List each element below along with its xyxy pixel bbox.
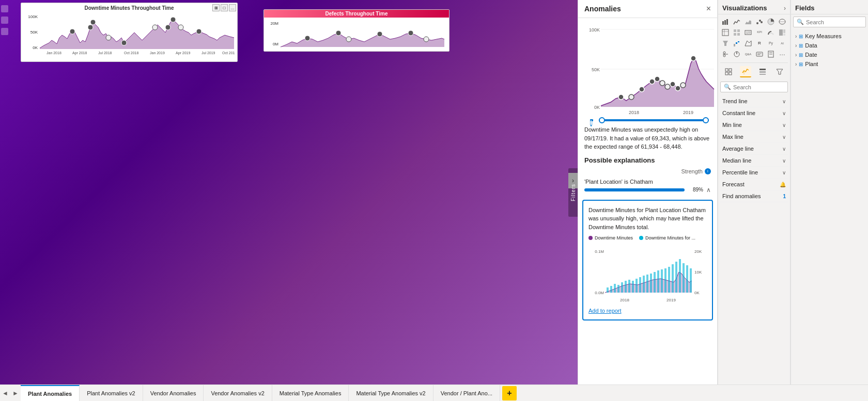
page-filter-icon[interactable] — [1, 17, 8, 24]
viz-icon-r-script[interactable]: R — [754, 38, 765, 49]
analytics-forecast[interactable]: Forecast 🔔 — [720, 179, 788, 190]
field-item-key-measures[interactable]: › ⊞ Key Measures — [793, 31, 866, 41]
tab-vendor-anomalies-v2[interactable]: Vendor Anomalies v2 — [204, 385, 272, 402]
anomaly-dot-9[interactable] — [178, 25, 183, 30]
viz-icon-format[interactable] — [723, 66, 734, 77]
field-item-date[interactable]: › ⊞ Date — [793, 50, 866, 59]
svg-rect-88 — [756, 52, 763, 56]
main-anomaly-dot-10[interactable] — [680, 83, 686, 88]
main-anomaly-dot-2[interactable] — [629, 94, 634, 100]
main-anomaly-dot-11[interactable] — [691, 56, 696, 61]
viz-icon-python[interactable]: Py — [766, 38, 776, 49]
tab-material-type-anomalies-v2[interactable]: Material Type Anomalies v2 — [349, 385, 433, 402]
analytics-min-line[interactable]: Min line ∨ — [720, 119, 788, 131]
analytics-search-input[interactable] — [733, 84, 790, 90]
anomalies-close-button[interactable]: × — [706, 4, 711, 13]
analytics-constant-line[interactable]: Constant line ∨ — [720, 107, 788, 119]
viz-icon-kpi[interactable]: KPI — [754, 27, 765, 38]
mini-chart-downtime: Downtime Minutes Throughout Time ⊞ □ … 1… — [21, 3, 238, 62]
range-left-handle[interactable] — [590, 119, 593, 121]
range-handle-left[interactable] — [599, 117, 605, 123]
field-item-plant[interactable]: › ⊞ Plant — [793, 59, 866, 69]
viz-icon-funnel[interactable] — [720, 38, 731, 49]
viz-icon-card[interactable]: 123 — [743, 27, 753, 38]
chart-filter-btn[interactable]: ⊞ — [212, 4, 220, 11]
tab-material-type-anomalies[interactable]: Material Type Anomalies — [272, 385, 349, 402]
viz-icon-filter-tab[interactable] — [774, 66, 785, 77]
field-item-data[interactable]: › ⊞ Data — [793, 41, 866, 50]
tab-nav-prev[interactable]: ◄ — [0, 385, 10, 402]
anomaly-dot-6[interactable] — [152, 25, 158, 30]
anomaly-dot-10[interactable] — [196, 29, 202, 34]
main-anomaly-dot-9[interactable] — [675, 86, 680, 91]
main-anomaly-dot-4[interactable] — [649, 79, 655, 84]
defect-dot-2[interactable] — [336, 30, 341, 36]
viz-icon-stacked-bar[interactable] — [720, 17, 731, 27]
viz-icon-area-chart[interactable] — [743, 17, 753, 27]
main-anomaly-dot-8[interactable] — [670, 82, 675, 87]
analytics-trend-line[interactable]: Trend line ∨ — [720, 95, 788, 107]
viz-icon-ai-visual[interactable]: AI — [777, 38, 787, 49]
anomaly-dot-4[interactable] — [106, 35, 111, 40]
main-anomaly-dot-7[interactable] — [665, 84, 670, 89]
main-anomaly-dot-5[interactable] — [655, 76, 660, 82]
defect-dot-3[interactable] — [346, 37, 351, 42]
viz-icon-data-tab[interactable] — [757, 66, 768, 77]
page-view-icon[interactable] — [1, 28, 8, 35]
fields-search-icon: 🔍 — [797, 19, 804, 25]
viz-icon-key-influencers[interactable] — [732, 49, 742, 59]
tab-vendor-anomalies[interactable]: Vendor Anomalies — [143, 385, 204, 402]
fields-search-input[interactable] — [806, 19, 868, 25]
analytics-find-anomalies[interactable]: Find anomalies 1 — [720, 190, 788, 202]
defect-dot-5[interactable] — [408, 30, 413, 36]
chart-more-btn[interactable]: … — [229, 4, 236, 11]
main-anomaly-dot-6[interactable] — [660, 81, 665, 86]
viz-icon-scatter[interactable] — [754, 17, 765, 27]
svg-rect-40 — [657, 270, 659, 293]
analytics-average-line[interactable]: Average line ∨ — [720, 143, 788, 155]
anomaly-dot-8[interactable] — [171, 17, 176, 22]
analytics-percentile-line[interactable]: Percentile line ∨ — [720, 167, 788, 179]
tab-nav-next[interactable]: ► — [10, 385, 21, 402]
chart-expand-btn[interactable]: □ — [221, 4, 228, 11]
viz-icon-gauge[interactable] — [766, 27, 776, 38]
add-to-report-link[interactable]: Add to report — [588, 308, 622, 314]
anomaly-dot-1[interactable] — [70, 29, 75, 34]
page-bookmark-icon[interactable] — [1, 5, 8, 12]
expand-icon[interactable]: ∧ — [706, 186, 711, 194]
viz-icon-ribbon[interactable] — [743, 38, 753, 49]
viz-icon-map[interactable] — [777, 17, 787, 27]
svg-rect-98 — [729, 72, 732, 75]
tab-plant-anomalies-v2[interactable]: Plant Anomalies v2 — [80, 385, 143, 402]
tab-plant-anomalies[interactable]: Plant Anomalies — [21, 385, 80, 402]
viz-icon-pie[interactable] — [766, 17, 776, 27]
viz-icon-more[interactable]: … — [777, 49, 787, 59]
anomaly-dot-5[interactable] — [121, 40, 127, 45]
viz-icon-paginated[interactable] — [766, 49, 776, 59]
tab-add-button[interactable]: + — [502, 386, 517, 400]
defect-dot-1[interactable] — [305, 36, 310, 41]
svg-text:100K: 100K — [28, 14, 38, 19]
viz-icon-qa[interactable]: Q&A — [743, 49, 753, 59]
range-handle-right[interactable] — [703, 117, 709, 123]
defect-dot-4[interactable] — [377, 31, 382, 37]
defect-dot-6[interactable] — [424, 37, 429, 42]
viz-icon-smart-narrative[interactable] — [754, 49, 765, 59]
anomaly-dot-7[interactable] — [165, 25, 171, 30]
anomaly-dot-3[interactable] — [90, 20, 96, 25]
viz-icon-table[interactable] — [720, 27, 731, 38]
viz-icon-waterfall[interactable] — [732, 38, 742, 49]
main-anomaly-dot-3[interactable] — [639, 87, 644, 92]
tab-vendor-plant-ano[interactable]: Vendor / Plant Ano... — [433, 385, 500, 402]
anomaly-dot-2[interactable] — [88, 25, 93, 30]
main-anomaly-dot-1[interactable] — [618, 94, 624, 100]
viz-icon-analytics-tab[interactable] — [740, 66, 751, 77]
viz-icon-treemap[interactable] — [777, 27, 787, 38]
viz-icon-matrix[interactable] — [732, 27, 742, 38]
filters-toggle[interactable]: Filters — [568, 168, 578, 216]
viz-icon-decomp-tree[interactable] — [720, 49, 731, 59]
analytics-median-line[interactable]: Median line ∨ — [720, 155, 788, 167]
analytics-max-line[interactable]: Max line ∨ — [720, 131, 788, 143]
viz-icon-line-chart[interactable] — [732, 17, 742, 27]
viz-expand-icon[interactable]: › — [784, 5, 786, 12]
